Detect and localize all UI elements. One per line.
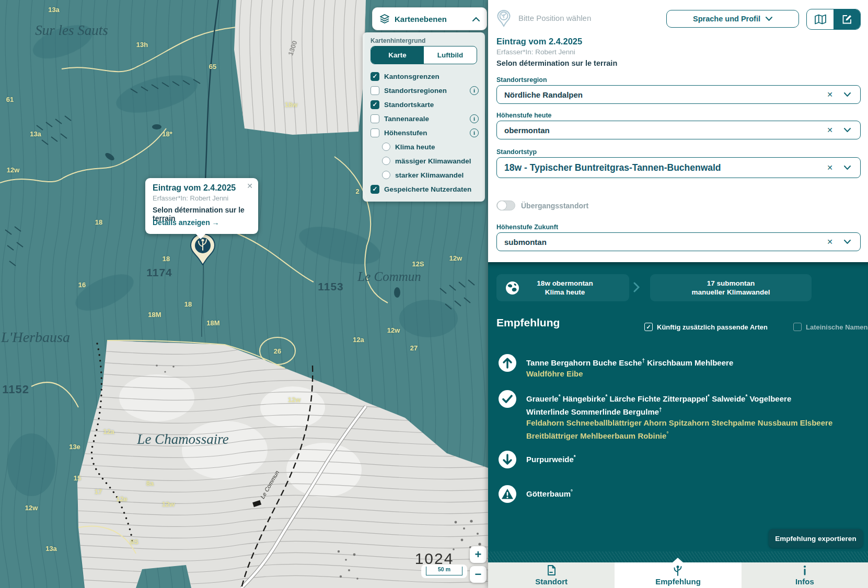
globe-icon <box>505 281 519 295</box>
checkbox-icon <box>793 323 802 331</box>
layer-checkbox-gespeicherte-nutzerdaten[interactable]: ✓ Gespeicherte Nutzerdaten <box>371 184 479 194</box>
radio-icon <box>382 157 390 165</box>
layer-label: Höhenstufen <box>384 129 427 137</box>
entry-title: Eintrag vom 2.4.2025 <box>496 37 582 46</box>
clear-icon[interactable]: ✕ <box>827 90 833 99</box>
field-label-standortstyp: Standortstyp <box>496 148 537 156</box>
standortstyp-select[interactable]: 18w - Typischer Buntreitgras-Tannen-Buch… <box>496 157 861 178</box>
hoehenstufe-heute-value: obermontan <box>504 126 550 135</box>
chevron-down-icon[interactable] <box>844 240 851 244</box>
species-line: Tanne Bergahorn Buche Esche† Kirschbaum … <box>526 355 733 368</box>
standortsregion-select[interactable]: Nördliche Randalpen ✕ <box>496 85 861 104</box>
layers-button-label: Kartenebenen <box>395 15 466 23</box>
climate-today-line1: 18w obermontan <box>537 279 593 288</box>
climate-future-card[interactable]: 17 submontan manueller Klimawandel <box>650 274 812 301</box>
background-caption: Kartenhintergrund <box>371 37 425 44</box>
map-scale: 50 m <box>421 565 467 578</box>
chevron-down-icon <box>766 17 772 21</box>
map-view-button[interactable] <box>807 9 834 29</box>
recommendation-heading: Empfehlung <box>496 316 560 329</box>
field-label-hoehenstufe-zukunft: Höhenstufe Zukunft <box>496 224 558 231</box>
map-zoom-control: + − <box>470 546 487 586</box>
latin-names-label: Lateinische Namen <box>806 323 868 331</box>
future-species-label: Künftig zusätzlich passende Arten <box>657 323 768 331</box>
clear-icon[interactable]: ✕ <box>827 126 833 134</box>
species-line: Winterlinde Sommerlinde Bergulme† <box>526 404 832 417</box>
climate-future-line2: manueller Klimawandel <box>691 288 770 297</box>
arrow-up-circle-icon <box>499 354 516 372</box>
checkbox-checked-icon: ✓ <box>371 185 379 194</box>
tab-empfehlung[interactable]: Empfehlung <box>615 562 741 588</box>
scale-label: 50 m <box>421 566 467 572</box>
chevron-down-icon[interactable] <box>844 92 851 97</box>
radio-maessiger-klimawandel[interactable]: mässiger Klimawandel <box>382 156 479 166</box>
layer-label: Gespeicherte Nutzerdaten <box>384 185 471 193</box>
layers-icon <box>379 14 390 24</box>
latin-names-checkbox[interactable]: Lateinische Namen <box>793 323 868 331</box>
bottom-tab-bar: Standort Empfehlung Infos <box>488 562 868 588</box>
future-species-checkbox[interactable]: ✓ Künftig zusätzlich passende Arten <box>644 323 768 331</box>
checkbox-icon <box>371 86 379 95</box>
document-icon <box>546 565 557 576</box>
view-mode-switcher <box>806 9 861 30</box>
tab-infos[interactable]: Infos <box>742 562 868 588</box>
map-layers-button[interactable]: Kartenebenen <box>372 7 487 30</box>
language-profile-button[interactable]: Sprache und Profil <box>666 10 799 28</box>
recommendation-row-suitable: Grauerle* Hängebirke* Lärche Fichte Zitt… <box>499 390 861 441</box>
layer-label: Standortsregionen <box>384 87 447 95</box>
close-icon[interactable]: ✕ <box>247 182 253 190</box>
radio-icon <box>382 143 390 151</box>
chevron-down-icon[interactable] <box>844 166 851 170</box>
climate-today-line2: Klima heute <box>537 288 593 297</box>
chevron-down-icon[interactable] <box>844 128 851 132</box>
info-icon[interactable]: i <box>470 128 479 137</box>
background-option-karte[interactable]: Karte <box>371 46 424 64</box>
map-entry-popup: Eintrag vom 2.4.2025 Erfasser*In: Robert… <box>145 178 258 234</box>
radio-label: Klima heute <box>395 143 435 151</box>
layer-checkbox-kantonsgrenzen[interactable]: ✓ Kantonsgrenzen <box>371 71 479 81</box>
tree-icon <box>672 565 684 576</box>
uebergangsstandort-toggle[interactable]: Übergangsstandort <box>496 201 588 210</box>
zoom-out-button[interactable]: − <box>470 566 487 583</box>
background-switcher: Karte Luftbild <box>371 46 477 64</box>
climate-future-line1: 17 submontan <box>691 279 770 288</box>
recommendation-row-down: Purpurweide* <box>499 451 861 468</box>
treeapp-window: 13aSur les Sauts13h13006518w6113a18*12w2… <box>0 0 868 588</box>
layer-label: Kantonsgrenzen <box>384 73 439 80</box>
clear-icon[interactable]: ✕ <box>827 163 833 172</box>
tab-standort[interactable]: Standort <box>488 562 615 588</box>
radio-klima-heute[interactable]: Klima heute <box>382 142 479 152</box>
layer-checkbox-standortsregionen[interactable]: Standortsregionen i <box>371 85 479 96</box>
checkbox-checked-icon: ✓ <box>644 323 653 331</box>
clear-icon[interactable]: ✕ <box>827 238 833 246</box>
map-canvas[interactable]: 13aSur les Sauts13h13006518w6113a18*12w2… <box>0 0 488 588</box>
layer-checkbox-hoehenstufen[interactable]: Höhenstufen i <box>371 127 479 138</box>
tab-label: Infos <box>795 577 814 586</box>
climate-today-card[interactable]: 18w obermontan Klima heute <box>496 274 629 301</box>
edit-view-button[interactable] <box>834 9 860 29</box>
info-icon[interactable]: i <box>470 114 479 123</box>
radio-starker-klimawandel[interactable]: starker Klimawandel <box>382 170 479 180</box>
popup-details-link[interactable]: Details anzeigen → <box>153 218 219 227</box>
species-line-future: Feldahorn Schneeballblättriger Ahorn Spi… <box>526 417 832 428</box>
background-option-luftbild[interactable]: Luftbild <box>424 46 477 64</box>
hoehenstufe-zukunft-select[interactable]: submontan ✕ <box>496 232 861 251</box>
field-label-hoehenstufe-heute: Höhenstufe heute <box>496 112 552 119</box>
species-line: Grauerle* Hängebirke* Lärche Fichte Zitt… <box>526 391 832 404</box>
entry-note: Selon détermination sur le terrain <box>496 59 617 67</box>
hoehenstufe-heute-select[interactable]: obermontan ✕ <box>496 121 861 139</box>
map-layers-panel: Kartenhintergrund Karte Luftbild ✓ Kanto… <box>363 32 485 202</box>
info-icon[interactable]: i <box>470 86 479 95</box>
zoom-in-button[interactable]: + <box>470 546 487 563</box>
export-recommendation-button[interactable]: Empfehlung exportieren <box>769 529 863 548</box>
checkbox-checked-icon: ✓ <box>371 72 379 81</box>
tab-label: Standort <box>535 577 568 586</box>
standortstyp-value: 18w - Typischer Buntreitgras-Tannen-Buch… <box>504 162 721 173</box>
layer-checkbox-standortskarte[interactable]: ✓ Standortskarte <box>371 99 479 110</box>
layer-checkbox-tannenareale[interactable]: Tannenareale i <box>371 113 479 124</box>
language-profile-label: Sprache und Profil <box>693 15 760 23</box>
tab-label: Empfehlung <box>655 577 701 586</box>
recommendation-section: 18w obermontan Klima heute 17 submontan … <box>488 262 868 562</box>
info-icon <box>799 565 811 576</box>
recommendation-row-warning: Götterbaum° <box>499 485 861 503</box>
